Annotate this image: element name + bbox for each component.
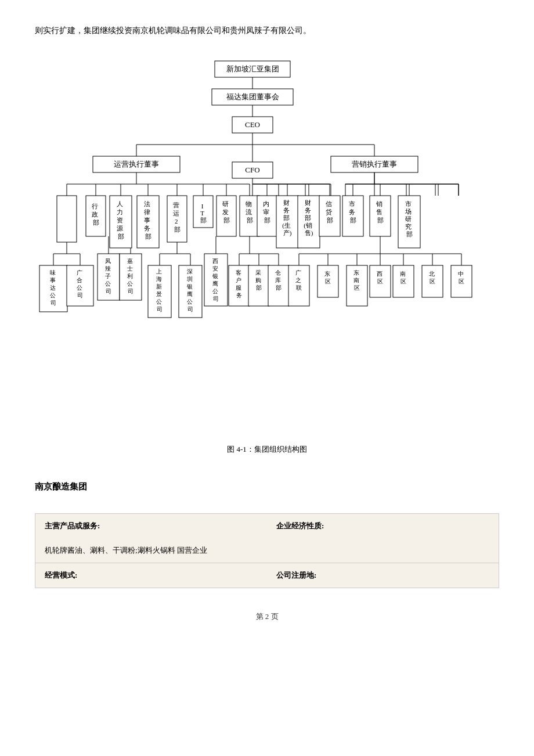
svg-text:销
      售
      部: 销 售 部 [376, 200, 384, 224]
biz-model-label: 经营模式: [35, 563, 268, 588]
fig-caption: 图 4-1：集团组织结构图 [35, 444, 499, 455]
svg-text:福达集团董事会: 福达集团董事会 [226, 92, 279, 101]
svg-text:研
      发
      部: 研 发 部 [222, 200, 230, 224]
svg-text:CFO: CFO [245, 165, 259, 174]
reg-location-label: 公司注册地: [267, 563, 499, 588]
main-product-label: 主营产品或服务: [35, 514, 268, 539]
page-number: 第 2 页 [35, 611, 499, 622]
svg-text:东
      南
      区: 东 南 区 [353, 269, 361, 291]
svg-text:行
      政
      部: 行 政 部 [92, 203, 100, 226]
svg-text:CEO: CEO [245, 120, 260, 129]
svg-text:信
      贷
      部: 信 贷 部 [326, 200, 334, 224]
section-title: 南京酿造集团 [35, 481, 499, 492]
intro-text: 则实行扩建，集团继续投资南京机轮调味品有限公司和贵州凤辣子有限公司。 [35, 23, 499, 38]
svg-text:市
      务
      部: 市 务 部 [349, 200, 357, 224]
svg-text:营销执行董事: 营销执行董事 [352, 160, 397, 168]
svg-text:法
      律
      事
      务
    : 法 律 事 务 部 [144, 200, 152, 240]
product-value: 机轮牌酱油、涮料、干调粉;涮料火锅料 国营企业 [35, 538, 499, 563]
svg-text:凤
      辣
      子
      公
    : 凤 辣 子 公 司 [105, 258, 113, 294]
svg-text:物
      流
      部: 物 流 部 [246, 200, 254, 224]
org-chart: 新加坡汇亚集团 福达集团董事会 CEO 运营执行董事 营销执行董事 CFO [35, 55, 499, 438]
svg-text:广
      之
      联: 广 之 联 [295, 269, 303, 291]
svg-text:味
      事
      达
      公
    : 味 事 达 公 司 [50, 269, 57, 306]
svg-text:采
      购
      部: 采 购 部 [255, 269, 263, 291]
svg-text:人
      力
      资
      源
    : 人 力 资 源 部 [117, 200, 125, 240]
svg-text:新加坡汇亚集团: 新加坡汇亚集团 [226, 64, 279, 73]
svg-rect-42 [57, 196, 77, 242]
info-table: 主营产品或服务: 企业经济性质: 机轮牌酱油、涮料、干调粉;涮料火锅料 国营企业… [35, 513, 499, 588]
svg-text:市
      场
      研
      究
    : 市 场 研 究 部 [405, 200, 413, 237]
svg-text:仓
      库
      部: 仓 库 部 [275, 269, 283, 291]
svg-text:嘉
      士
      利
      公
    : 嘉 士 利 公 司 [127, 258, 135, 294]
econ-nature-label: 企业经济性质: [267, 514, 499, 539]
svg-text:运营执行董事: 运营执行董事 [114, 160, 159, 168]
svg-text:财
      务
      部
      (生
   : 财 务 部 (生 产) [282, 199, 292, 237]
svg-text:财
      务
      部
      (销
   : 财 务 部 (销 售) [304, 199, 313, 237]
svg-text:内
      审
      部: 内 审 部 [263, 200, 271, 224]
